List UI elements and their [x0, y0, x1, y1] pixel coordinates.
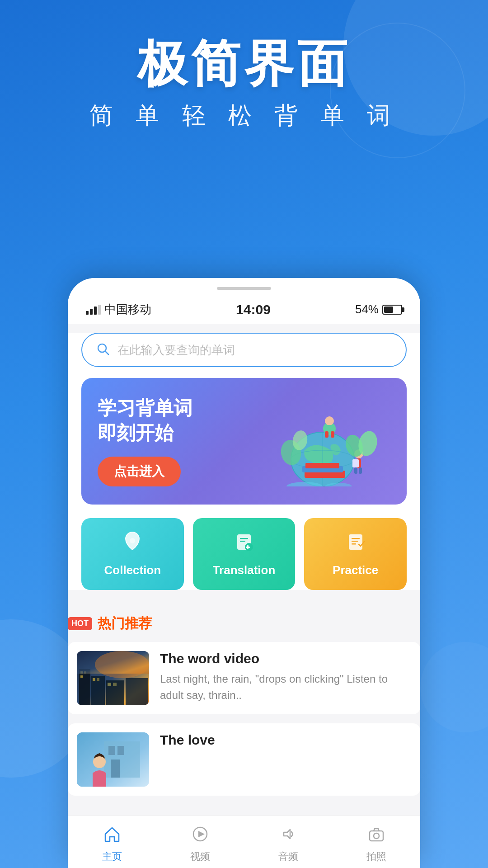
- svg-point-10: [325, 416, 334, 425]
- feature-card-practice[interactable]: Practice: [304, 518, 407, 590]
- nav-item-home[interactable]: 主页: [89, 825, 135, 863]
- feature-cards: Collection Translation: [81, 518, 407, 590]
- status-bar-right: 54%: [355, 302, 402, 316]
- svg-marker-57: [198, 831, 205, 837]
- practice-label: Practice: [333, 563, 378, 577]
- home-nav-icon: [103, 825, 121, 847]
- hot-header: HOT 热门推荐: [68, 614, 420, 633]
- search-bar[interactable]: 在此输入要查询的单词: [81, 333, 407, 367]
- video-thumbnail: [77, 651, 149, 705]
- play-nav-icon: [191, 825, 209, 847]
- phone-mockup: 中国移动 14:09 54% 在此输入要查询的单词: [68, 278, 420, 868]
- svg-rect-13: [331, 431, 334, 438]
- feature-card-translation[interactable]: Translation: [193, 518, 296, 590]
- feature-card-collection[interactable]: Collection: [81, 518, 184, 590]
- phone-top-bar: 中国移动 14:09 54%: [68, 278, 420, 324]
- collection-icon: [121, 531, 144, 559]
- svg-rect-33: [352, 538, 360, 539]
- nav-item-play[interactable]: 视频: [178, 825, 223, 863]
- content-title-1: The love: [160, 732, 411, 748]
- content-thumb-1: [77, 732, 149, 787]
- nav-item-camera[interactable]: 拍照: [354, 825, 399, 863]
- bg-decoration-4: [420, 642, 488, 732]
- svg-rect-37: [79, 669, 90, 705]
- svg-rect-34: [352, 541, 358, 542]
- search-input[interactable]: 在此输入要查询的单词: [117, 342, 235, 358]
- bottom-nav: 主页 视频 音频: [68, 816, 420, 868]
- svg-rect-59: [370, 831, 383, 841]
- svg-rect-40: [80, 675, 83, 678]
- carrier-name: 中国移动: [104, 302, 151, 317]
- hot-badge: HOT: [68, 617, 92, 630]
- hot-section: HOT 热门推荐: [68, 604, 420, 816]
- svg-rect-54: [111, 760, 120, 778]
- svg-rect-43: [97, 678, 99, 681]
- svg-point-49: [95, 651, 149, 678]
- sub-title: 简 单 轻 松 背 单 词: [0, 100, 488, 132]
- battery-percent: 54%: [355, 302, 379, 316]
- svg-rect-12: [325, 431, 328, 438]
- svg-rect-30: [240, 538, 248, 539]
- svg-rect-17: [359, 467, 362, 474]
- home-nav-label: 主页: [102, 850, 122, 863]
- svg-rect-52: [108, 746, 115, 755]
- content-desc-0: Last night, the rain, "drops on clicking…: [160, 671, 411, 703]
- hot-title: 热门推荐: [98, 614, 152, 633]
- translation-icon: [233, 531, 255, 559]
- banner-text: 学习背单词 即刻开始 点击进入: [98, 396, 264, 486]
- love-thumbnail: [77, 732, 149, 787]
- svg-point-25: [130, 538, 135, 543]
- volume-nav-label: 音频: [278, 850, 298, 863]
- search-icon: [96, 342, 110, 358]
- camera-nav-icon: [367, 825, 385, 847]
- svg-marker-58: [284, 830, 290, 839]
- banner-illustration: [264, 396, 390, 486]
- status-bar-left: 中国移动: [86, 302, 151, 317]
- svg-rect-35: [352, 543, 356, 545]
- main-title: 极简界面: [0, 36, 488, 91]
- svg-rect-32: [349, 534, 362, 550]
- translation-label: Translation: [213, 563, 276, 577]
- content-info-0: The word video Last night, the rain, "dr…: [160, 651, 411, 705]
- svg-rect-8: [305, 463, 339, 468]
- collection-label: Collection: [104, 563, 161, 577]
- svg-rect-46: [113, 683, 117, 686]
- volume-nav-icon: [279, 825, 297, 847]
- svg-rect-29: [246, 547, 250, 548]
- status-bar: 中国移动 14:09 54%: [86, 297, 402, 324]
- content-title-0: The word video: [160, 651, 411, 666]
- content-info-1: The love: [160, 732, 411, 787]
- practice-icon: [344, 531, 367, 559]
- globe-svg: [264, 396, 390, 486]
- svg-rect-16: [354, 467, 357, 474]
- svg-line-1: [105, 351, 108, 354]
- status-time: 14:09: [236, 302, 271, 317]
- svg-rect-53: [117, 746, 124, 755]
- phone-content: 在此输入要查询的单词 学习背单词 即刻开始 点击进入: [68, 333, 420, 590]
- content-item-0[interactable]: The word video Last night, the rain, "dr…: [68, 642, 420, 714]
- svg-rect-42: [93, 678, 95, 681]
- banner-title: 学习背单词 即刻开始: [98, 396, 264, 445]
- banner: 学习背单词 即刻开始 点击进入: [81, 378, 407, 505]
- svg-point-60: [374, 833, 379, 839]
- svg-rect-45: [108, 683, 111, 686]
- banner-cta-button[interactable]: 点击进入: [98, 457, 181, 486]
- content-item-1[interactable]: The love: [68, 723, 420, 796]
- signal-icon: [86, 305, 101, 315]
- home-indicator: [217, 287, 271, 290]
- battery-icon: [382, 305, 402, 315]
- svg-rect-47: [126, 678, 148, 705]
- play-nav-label: 视频: [190, 850, 210, 863]
- header-area: 极简界面 简 单 轻 松 背 单 词: [0, 0, 488, 150]
- battery-fill: [384, 307, 393, 313]
- svg-rect-31: [240, 541, 245, 542]
- content-thumb-0: [77, 651, 149, 705]
- svg-rect-18: [352, 459, 359, 467]
- camera-nav-label: 拍照: [366, 850, 386, 863]
- nav-item-volume[interactable]: 音频: [266, 825, 311, 863]
